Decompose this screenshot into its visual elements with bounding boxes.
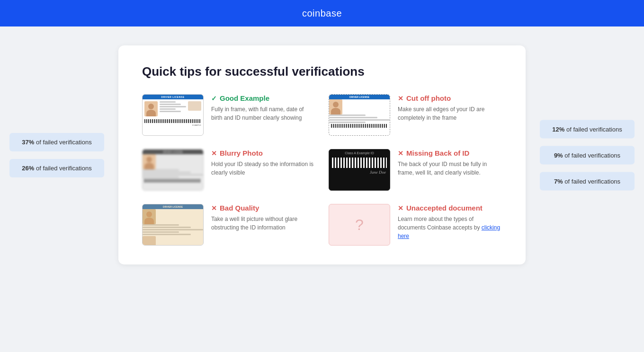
check-icon: ✓ (211, 95, 217, 102)
example-title-missing-back: ✕ Missing Back of ID (398, 149, 502, 157)
example-text-good: ✓ Good Example Fully in frame, with full… (211, 94, 315, 122)
left-badges: 37% of failed verifications 26% of faile… (9, 133, 104, 177)
unaccepted-title: Unaccepted document (406, 204, 483, 212)
id-card-bad: DRIVER LICENSE (142, 204, 204, 246)
example-unaccepted: ? ✕ Unaccepted document Learn more about… (329, 204, 502, 246)
good-example-title: Good Example (220, 94, 269, 102)
example-text-cutoff: ✕ Cut off photo Make sure all edges of y… (398, 94, 502, 122)
example-text-unaccepted: ✕ Unaccepted document Learn more about t… (398, 204, 502, 240)
cutoff-title: Cut off photo (406, 94, 451, 102)
bad-quality-desc: Take a well lit picture without glare ob… (211, 215, 315, 232)
examples-grid: DRIVER LICENSE (142, 94, 502, 246)
x-icon-missing-back: ✕ (398, 150, 403, 157)
x-icon-blurry: ✕ (211, 150, 217, 157)
page-title: Quick tips for successful verifications (142, 64, 502, 79)
left-badge-2-percent: 26% (22, 165, 34, 172)
id-card-missing-back: Class A Example ID Jane Doe (329, 149, 390, 191)
right-badges: 12% of failed verifications 9% of failed… (540, 120, 635, 190)
right-badge-1: 12% of failed verifications (540, 120, 635, 138)
right-badge-3: 7% of failed verifications (540, 172, 635, 190)
bad-quality-title: Bad Quality (220, 204, 259, 212)
example-good-example: DRIVER LICENSE (142, 94, 315, 136)
header: coinbase (0, 0, 644, 26)
example-title-blurry: ✕ Blurry Photo (211, 149, 315, 157)
example-blurry: DRIVER LICENSE ✕ (142, 149, 315, 191)
main-wrapper: 37% of failed verifications 26% of faile… (0, 26, 644, 283)
missing-back-title: Missing Back of ID (406, 149, 469, 157)
blurry-title: Blurry Photo (220, 149, 263, 157)
good-example-desc: Fully in frame, with full name, date of … (211, 105, 315, 122)
example-bad-quality: DRIVER LICENSE (142, 204, 315, 246)
id-card-good: DRIVER LICENSE (142, 94, 204, 136)
left-badge-1: 37% of failed verifications (9, 133, 104, 151)
right-badge-3-percent: 7% (554, 177, 563, 185)
left-badge-2: 26% of failed verifications (9, 159, 104, 177)
example-title-bad: ✕ Bad Quality (211, 204, 315, 212)
right-badge-2-label: of failed verifications (564, 151, 620, 158)
left-badge-2-label: of failed verifications (36, 165, 92, 172)
right-badge-2-percent: 9% (554, 151, 563, 158)
id-avatar-blurry (143, 154, 156, 169)
left-badge-1-label: of failed verifications (36, 139, 92, 146)
right-badge-3-label: of failed verifications (564, 177, 620, 185)
missing-back-desc: The back of your ID must be fully in fra… (398, 160, 502, 177)
x-icon-cutoff: ✕ (398, 95, 403, 102)
id-card-unaccepted: ? (329, 204, 390, 246)
id-avatar-good (144, 101, 158, 116)
left-badge-1-percent: 37% (22, 139, 34, 146)
example-cut-off: DRIVER LICENSE ✕ (329, 94, 502, 136)
coinbase-logo: coinbase (302, 8, 342, 19)
x-icon-bad: ✕ (211, 204, 217, 212)
blurry-desc: Hold your ID steady so the information i… (211, 160, 315, 177)
id-avatar-bad (143, 209, 156, 224)
x-icon-unaccepted: ✕ (398, 204, 403, 212)
example-title-unaccepted: ✕ Unaccepted document (398, 204, 502, 212)
example-title-good: ✓ Good Example (211, 94, 315, 102)
example-title-cutoff: ✕ Cut off photo (398, 94, 502, 102)
unaccepted-desc: Learn more about the types of documents … (398, 215, 502, 240)
cutoff-desc: Make sure all edges of your ID are compl… (398, 105, 502, 122)
example-text-bad: ✕ Bad Quality Take a well lit picture wi… (211, 204, 315, 232)
right-badge-1-percent: 12% (552, 125, 564, 132)
main-card: Quick tips for successful verifications … (118, 45, 526, 264)
example-text-missing-back: ✕ Missing Back of ID The back of your ID… (398, 149, 502, 177)
id-card-cutoff: DRIVER LICENSE (329, 94, 390, 136)
id-avatar-cutoff (329, 99, 342, 114)
question-mark-icon: ? (355, 216, 364, 234)
id-card-blurry: DRIVER LICENSE (142, 149, 204, 191)
right-badge-2: 9% of failed verifications (540, 146, 635, 164)
example-text-blurry: ✕ Blurry Photo Hold your ID steady so th… (211, 149, 315, 177)
example-missing-back: Class A Example ID Jane Doe ✕ Missing Ba… (329, 149, 502, 191)
right-badge-1-label: of failed verifications (566, 125, 622, 132)
